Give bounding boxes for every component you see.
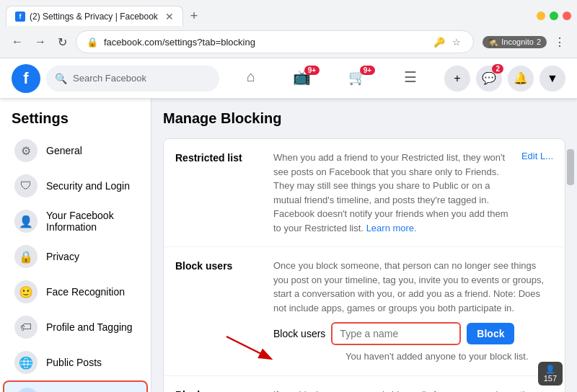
incognito-count: 2 — [537, 37, 541, 46]
restricted-list-text: When you add a friend to your Restricted… — [273, 152, 508, 233]
sidebar-item-public-posts[interactable]: 🌐 Public Posts — [3, 345, 148, 380]
account-menu-button[interactable]: ▼ — [539, 66, 565, 92]
nav-center: ⌂ 📺 9+ 🛒 9+ ☰ — [225, 63, 439, 94]
facebook-info-icon: 👤 — [14, 210, 38, 233]
create-button[interactable]: + — [444, 66, 470, 92]
sidebar-label-general: General — [46, 145, 82, 156]
settings-sidebar: Settings ⚙ General 🛡 Security and Login … — [0, 99, 151, 392]
nav-menu[interactable]: ☰ — [387, 63, 434, 94]
incognito-label: Incognito — [501, 37, 534, 46]
search-placeholder: Search Facebook — [73, 73, 146, 84]
security-icon: 🛡 — [14, 174, 38, 197]
watch-badge: 9+ — [304, 66, 320, 75]
block-users-input[interactable] — [331, 322, 461, 345]
block-messages-section: Block messages If you block messages and… — [164, 376, 565, 393]
restricted-list-edit[interactable]: Edit L... — [521, 151, 553, 235]
block-users-description: Once you block someone, that person can … — [273, 259, 553, 315]
messenger-badge: 2 — [492, 64, 503, 74]
restricted-list-learn-more[interactable]: Learn more. — [366, 223, 417, 233]
tab-favicon: f — [15, 12, 25, 22]
lock-icon: 🔒 — [87, 37, 98, 48]
sidebar-label-face-recognition: Face Recognition — [46, 286, 125, 298]
search-icon: 🔍 — [55, 73, 67, 84]
marketplace-badge: 9+ — [360, 66, 375, 75]
back-button[interactable]: ← — [9, 32, 26, 51]
nav-right: + 💬 2 🔔 ▼ — [444, 66, 565, 92]
sidebar-label-profile-tagging: Profile and Tagging — [46, 321, 133, 333]
window-close-button[interactable] — [563, 12, 571, 20]
block-messages-label: Block messages — [175, 388, 262, 393]
facebook-navbar: f 🔍 Search Facebook ⌂ 📺 9+ 🛒 9+ ☰ + 💬 2 … — [0, 58, 577, 99]
forward-button[interactable]: → — [32, 32, 49, 51]
block-input-row: Block users Block — [273, 322, 553, 345]
tab-close-button[interactable]: ✕ — [165, 11, 174, 22]
tab-title: (2) Settings & Privacy | Facebook — [30, 12, 158, 22]
sidebar-item-privacy[interactable]: 🔒 Privacy — [3, 239, 148, 274]
facebook-logo[interactable]: f — [12, 64, 40, 93]
face-recognition-icon: 🙂 — [14, 280, 38, 303]
notifications-button[interactable]: 🔔 — [508, 66, 534, 92]
public-posts-icon: 🌐 — [14, 351, 38, 374]
window-minimize-button[interactable] — [537, 12, 545, 20]
address-bar[interactable]: 🔒 facebook.com/settings?tab=blocking 🔑 ☆ — [76, 30, 474, 53]
blocking-card: Restricted list When you add a friend to… — [163, 138, 565, 392]
sidebar-label-privacy: Privacy — [46, 251, 79, 262]
sidebar-label-public-posts: Public Posts — [46, 357, 102, 368]
sidebar-item-security[interactable]: 🛡 Security and Login — [3, 169, 148, 203]
scrollbar-track[interactable] — [565, 142, 576, 286]
nav-marketplace[interactable]: 🛒 9+ — [331, 63, 384, 94]
floating-badge: 👤 157 — [538, 362, 563, 386]
sidebar-item-profile-tagging[interactable]: 🏷 Profile and Tagging — [3, 310, 148, 344]
block-users-content: Once you block someone, that person can … — [273, 259, 553, 364]
block-messages-text: If you block messages and video calls fr… — [273, 389, 542, 393]
red-arrow — [223, 333, 281, 369]
star-icon[interactable]: ☆ — [450, 35, 463, 50]
active-tab[interactable]: f (2) Settings & Privacy | Facebook ✕ — [6, 6, 183, 26]
badge-count: 157 — [544, 374, 557, 383]
svg-line-1 — [226, 337, 270, 358]
scrollbar-thumb[interactable] — [567, 149, 574, 185]
reload-button[interactable]: ↻ — [55, 32, 70, 52]
block-button[interactable]: Block — [467, 323, 514, 344]
sidebar-item-your-facebook-info[interactable]: 👤 Your Facebook Information — [3, 204, 148, 239]
messenger-button[interactable]: 💬 2 — [476, 66, 502, 92]
browser-menu-button[interactable]: ⋮ — [551, 32, 568, 52]
sidebar-label-facebook-info: Your Facebook Information — [46, 210, 136, 233]
block-input-container: Block users Block You haven't added anyo… — [273, 322, 553, 364]
restricted-list-section: Restricted list When you add a friend to… — [164, 139, 565, 247]
sidebar-item-blocking[interactable]: 🚫 Blocking — [3, 380, 148, 392]
block-users-section: Block users Once you block someone, that… — [164, 247, 565, 376]
window-maximize-button[interactable] — [550, 12, 558, 20]
block-input-label: Block users — [273, 326, 325, 342]
restricted-list-label: Restricted list — [175, 151, 262, 235]
new-tab-button[interactable]: + — [186, 9, 203, 24]
sidebar-item-general[interactable]: ⚙ General — [3, 133, 148, 168]
main-layout: Settings ⚙ General 🛡 Security and Login … — [0, 99, 577, 392]
key-icon: 🔑 — [431, 35, 447, 50]
block-empty-message: You haven't added anyone to your block l… — [345, 349, 553, 364]
incognito-badge[interactable]: 🕵 Incognito 2 — [483, 36, 547, 48]
general-icon: ⚙ — [14, 139, 38, 162]
main-content: Manage Blocking Restricted list When you… — [151, 99, 577, 392]
privacy-icon: 🔒 — [14, 245, 38, 268]
blocking-icon: 🚫 — [16, 388, 39, 392]
page-title: Manage Blocking — [163, 110, 565, 127]
nav-home[interactable]: ⌂ — [229, 63, 273, 94]
restricted-list-content: When you add a friend to your Restricted… — [273, 151, 510, 235]
nav-watch[interactable]: 📺 9+ — [276, 63, 328, 94]
sidebar-title: Settings — [0, 99, 151, 133]
block-messages-content: If you block messages and video calls fr… — [273, 388, 553, 393]
incognito-icon: 🕵 — [488, 37, 498, 47]
profile-tagging-icon: 🏷 — [14, 316, 38, 339]
sidebar-item-face-recognition[interactable]: 🙂 Face Recognition — [3, 275, 148, 309]
sidebar-label-security: Security and Login — [46, 180, 130, 192]
url-text: facebook.com/settings?tab=blocking — [104, 37, 426, 48]
badge-icon: 👤 — [545, 365, 555, 374]
search-box[interactable]: 🔍 Search Facebook — [46, 66, 219, 92]
